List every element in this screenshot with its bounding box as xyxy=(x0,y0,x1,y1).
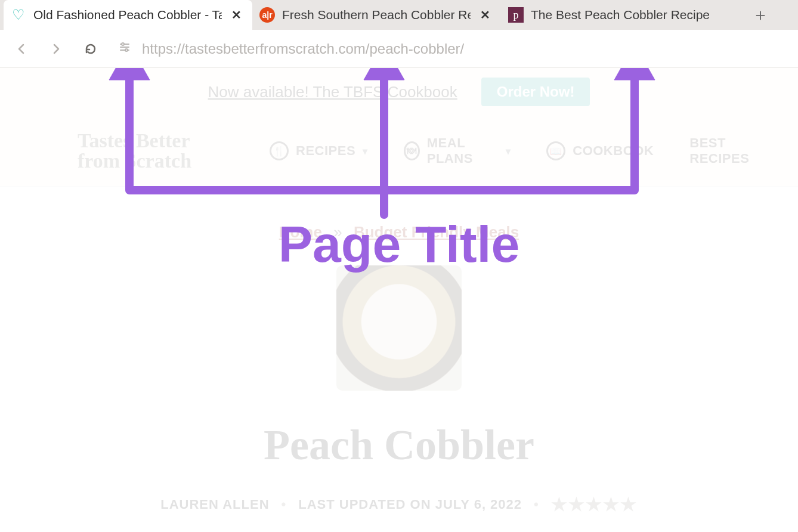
refresh-icon[interactable] xyxy=(83,42,98,56)
address-bar[interactable]: https://tastesbetterfromscratch.com/peac… xyxy=(118,41,798,57)
promo-bar: Now available! The TBFS Cookbook Order N… xyxy=(0,68,798,116)
breadcrumb-category[interactable]: Budget Friendly Meals xyxy=(354,223,519,241)
meta-separator-icon: • xyxy=(534,497,539,512)
browser-tab-1[interactable]: a|r Fresh Southern Peach Cobbler Rec ✕ xyxy=(252,0,501,30)
breadcrumb-sep: » xyxy=(333,223,342,241)
forward-icon[interactable] xyxy=(49,42,63,56)
recipe-updated: LAST UPDATED ON JULY 6, 2022 xyxy=(298,497,522,512)
chevron-down-icon: ▾ xyxy=(506,146,511,157)
nav-cookbook[interactable]: 📖 COOKBOOK xyxy=(546,141,654,160)
logo-line-1: Tastes Better xyxy=(78,131,234,151)
new-tab-button[interactable]: ＋ xyxy=(746,4,775,26)
nav-label: MEAL PLANS xyxy=(427,135,499,166)
browser-tab-2[interactable]: p The Best Peach Cobbler Recipe xyxy=(501,0,746,30)
book-icon: 📖 xyxy=(546,141,565,160)
fork-icon: 🍴 xyxy=(270,141,289,160)
tab-close-icon[interactable]: ✕ xyxy=(478,8,493,22)
recipe-content: Home » Budget Friendly Meals Peach Cobbl… xyxy=(0,187,798,515)
star-rating-icon[interactable]: ★★★★★ xyxy=(551,494,638,515)
browser-tab-strip: ♡ Old Fashioned Peach Cobbler - Ta ✕ a|r… xyxy=(0,0,798,30)
tab-close-icon[interactable]: ✕ xyxy=(229,8,244,22)
site-header: Tastes Better from Scratch 🍴 RECIPES ▾ 🍽… xyxy=(0,116,798,187)
favicon-heart-icon: ♡ xyxy=(11,7,26,23)
page-viewport: Now available! The TBFS Cookbook Order N… xyxy=(0,68,798,532)
main-nav: 🍴 RECIPES ▾ 🍽 MEAL PLANS ▾ 📖 COOKBOOK BE… xyxy=(270,135,774,166)
browser-toolbar: https://tastesbetterfromscratch.com/peac… xyxy=(0,30,798,68)
nav-best-recipes[interactable]: BEST RECIPES xyxy=(689,135,774,166)
nav-meal-plans[interactable]: 🍽 MEAL PLANS ▾ xyxy=(404,135,511,166)
breadcrumb: Home » Budget Friendly Meals xyxy=(0,223,798,242)
breadcrumb-home[interactable]: Home xyxy=(279,223,322,241)
tab-title: The Best Peach Cobbler Recipe xyxy=(531,8,737,22)
favicon-p-icon: p xyxy=(508,7,524,23)
site-logo[interactable]: Tastes Better from Scratch xyxy=(78,131,234,171)
recipe-author: LAUREN ALLEN xyxy=(160,497,269,512)
nav-label: RECIPES xyxy=(296,143,355,159)
recipe-title: Peach Cobbler xyxy=(0,420,798,470)
url-text: https://tastesbetterfromscratch.com/peac… xyxy=(142,41,464,57)
tab-title: Fresh Southern Peach Cobbler Rec xyxy=(282,8,471,22)
meta-separator-icon: • xyxy=(282,497,287,512)
nav-recipes[interactable]: 🍴 RECIPES ▾ xyxy=(270,141,368,160)
chevron-down-icon: ▾ xyxy=(363,146,368,157)
browser-tab-0[interactable]: ♡ Old Fashioned Peach Cobbler - Ta ✕ xyxy=(4,0,252,30)
promo-order-button[interactable]: Order Now! xyxy=(481,78,590,106)
site-settings-icon[interactable] xyxy=(118,41,131,57)
logo-line-2: from Scratch xyxy=(78,151,234,171)
svg-point-0 xyxy=(122,43,124,45)
favicon-allrecipes-icon: a|r xyxy=(259,7,275,23)
nav-label: COOKBOOK xyxy=(573,143,654,159)
svg-point-1 xyxy=(125,49,128,51)
page-content-faded: Now available! The TBFS Cookbook Order N… xyxy=(0,68,798,515)
promo-link[interactable]: Now available! The TBFS Cookbook xyxy=(208,83,457,101)
back-icon[interactable] xyxy=(14,42,29,56)
recipe-meta: LAUREN ALLEN • LAST UPDATED ON JULY 6, 2… xyxy=(0,494,798,515)
nav-label: BEST RECIPES xyxy=(689,135,774,166)
plate-icon: 🍽 xyxy=(404,141,420,160)
recipe-hero-image xyxy=(336,265,462,391)
tab-title: Old Fashioned Peach Cobbler - Ta xyxy=(33,8,222,22)
